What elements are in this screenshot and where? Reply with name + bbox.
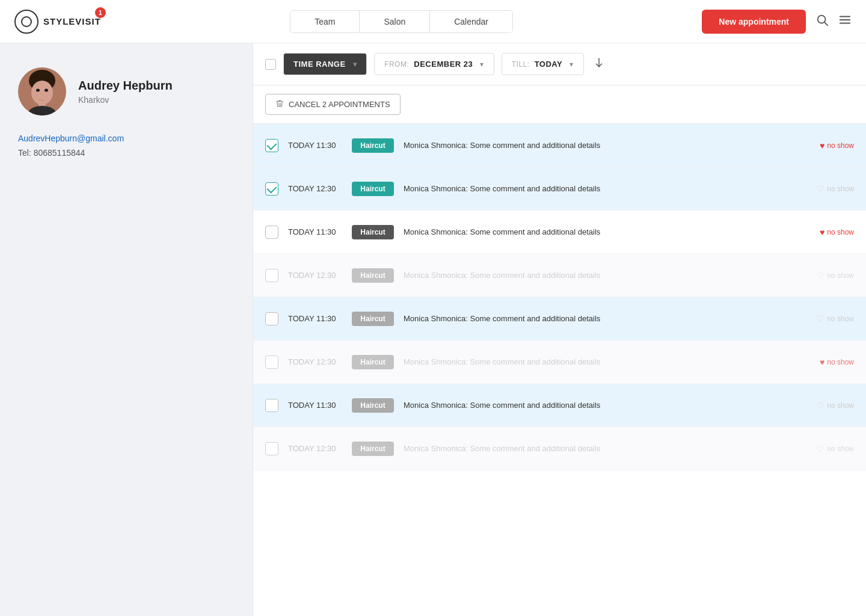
filter-bar: TIME RANGE ▾ FROM: DECEMBER 23 ▾ TILL: T… [253, 43, 866, 85]
from-chevron: ▾ [480, 60, 484, 69]
tel-value: 80685115844 [34, 148, 85, 158]
appointment-badge: Haircut [352, 182, 394, 196]
new-appointment-button[interactable]: New appointment [702, 10, 806, 34]
sidebar: Audrey Hepburn Kharkov AudrevHepburn@gma… [0, 43, 253, 616]
appointment-badge: Haircut [352, 398, 394, 413]
heart-icon: ♡ [817, 314, 825, 324]
appointment-checkbox[interactable] [265, 182, 278, 196]
profile-email[interactable]: AudrevHepburn@gmail.com [18, 134, 235, 143]
appointment-checkbox[interactable] [265, 442, 278, 455]
tab-calendar[interactable]: Calendar [430, 11, 512, 32]
noshow-label: no show [827, 358, 854, 366]
logo-icon [20, 16, 32, 28]
notification-badge: 1 [95, 7, 106, 18]
cancel-appointments-button[interactable]: CANCEL 2 APPOINTMENTS [265, 94, 401, 115]
logo-text: STYLEVISIT [43, 16, 101, 26]
appointment-time: TODAY 11:30 [288, 401, 342, 410]
noshow-indicator[interactable]: ♥no show [820, 357, 854, 367]
appointment-time: TODAY 12:30 [288, 444, 342, 453]
header: STYLEVISIT 1 Team Salon Calendar New app… [0, 0, 866, 43]
menu-icon[interactable] [838, 13, 852, 29]
appointment-badge: Haircut [352, 312, 394, 326]
appointment-time: TODAY 12:30 [288, 271, 342, 280]
appointment-description: Monica Shmonica: Some comment and additi… [404, 444, 807, 453]
appointment-checkbox[interactable] [265, 226, 278, 239]
heart-icon: ♡ [817, 401, 825, 410]
appointment-checkbox[interactable] [265, 356, 278, 369]
appointment-row: TODAY 12:30HaircutMonica Shmonica: Some … [253, 254, 866, 297]
appointment-description: Monica Shmonica: Some comment and additi… [404, 271, 807, 280]
noshow-indicator[interactable]: ♡no show [817, 184, 854, 194]
till-date-dropdown[interactable]: TILL: TODAY ▾ [502, 53, 584, 75]
noshow-indicator[interactable]: ♥no show [820, 227, 854, 237]
noshow-indicator[interactable]: ♥no show [820, 141, 854, 150]
appointment-badge: Haircut [352, 138, 394, 153]
profile-name: Audrey Hepburn [78, 79, 173, 93]
profile-section: Audrey Hepburn Kharkov [18, 67, 235, 116]
sort-button[interactable] [594, 57, 604, 71]
appointment-description: Monica Shmonica: Some comment and additi… [404, 184, 807, 193]
time-range-chevron: ▾ [353, 60, 357, 69]
cancel-bar: CANCEL 2 APPOINTMENTS [253, 85, 866, 124]
noshow-indicator[interactable]: ♡no show [817, 401, 854, 410]
time-range-dropdown[interactable]: TIME RANGE ▾ [283, 53, 367, 75]
appointment-description: Monica Shmonica: Some comment and additi… [404, 401, 807, 410]
tab-team[interactable]: Team [290, 11, 360, 32]
appointment-time: TODAY 12:30 [288, 357, 342, 366]
appointment-row: TODAY 11:30HaircutMonica Shmonica: Some … [253, 211, 866, 254]
noshow-indicator[interactable]: ♡no show [817, 314, 854, 324]
appointment-time: TODAY 11:30 [288, 314, 342, 323]
appointment-checkbox[interactable] [265, 269, 278, 282]
tab-salon[interactable]: Salon [360, 11, 430, 32]
heart-icon: ♥ [820, 357, 825, 367]
avatar [18, 67, 66, 116]
content-area: TIME RANGE ▾ FROM: DECEMBER 23 ▾ TILL: T… [253, 43, 866, 616]
appointment-time: TODAY 11:30 [288, 227, 342, 236]
trash-icon [275, 99, 284, 109]
heart-icon: ♥ [820, 227, 825, 237]
appointment-description: Monica Shmonica: Some comment and additi… [404, 357, 810, 366]
svg-point-8 [31, 81, 53, 105]
from-date-dropdown[interactable]: FROM: DECEMBER 23 ▾ [374, 53, 494, 75]
noshow-indicator[interactable]: ♡no show [817, 271, 854, 280]
svg-point-9 [36, 89, 40, 92]
svg-point-10 [45, 89, 48, 92]
select-all-checkbox[interactable] [265, 59, 276, 70]
profile-contact: AudrevHepburn@gmail.com Tel: 80685115844 [18, 134, 235, 158]
svg-point-0 [22, 17, 31, 26]
noshow-label: no show [827, 401, 854, 410]
time-range-label: TIME RANGE [293, 60, 346, 69]
heart-icon: ♥ [820, 141, 825, 150]
appointment-checkbox[interactable] [265, 312, 278, 325]
appointment-row: TODAY 11:30HaircutMonica Shmonica: Some … [253, 297, 866, 340]
noshow-label: no show [827, 315, 854, 323]
from-value: DECEMBER 23 [414, 60, 473, 69]
appointment-badge: Haircut [352, 442, 394, 456]
appointment-checkbox[interactable] [265, 399, 278, 412]
logo-area: STYLEVISIT 1 [14, 10, 101, 34]
header-actions: New appointment [702, 10, 852, 34]
appointment-row: TODAY 12:30HaircutMonica Shmonica: Some … [253, 167, 866, 211]
appointment-time: TODAY 11:30 [288, 141, 342, 150]
tel-label: Tel: [18, 148, 31, 158]
till-value: TODAY [535, 60, 563, 69]
appointment-time: TODAY 12:30 [288, 184, 342, 193]
appointment-checkbox[interactable] [265, 139, 278, 152]
appointment-description: Monica Shmonica: Some comment and additi… [404, 314, 807, 323]
heart-icon: ♡ [817, 271, 825, 280]
appointment-description: Monica Shmonica: Some comment and additi… [404, 227, 810, 236]
heart-icon: ♡ [817, 444, 825, 454]
from-prefix: FROM: [384, 60, 409, 69]
profile-city: Kharkov [78, 95, 173, 105]
appointments-list: TODAY 11:30HaircutMonica Shmonica: Some … [253, 124, 866, 470]
noshow-indicator[interactable]: ♡no show [817, 444, 854, 454]
noshow-label: no show [827, 185, 854, 193]
appointment-badge: Haircut [352, 268, 394, 283]
till-chevron: ▾ [570, 60, 574, 69]
noshow-label: no show [827, 445, 854, 453]
appointment-row: TODAY 12:30HaircutMonica Shmonica: Some … [253, 427, 866, 470]
appointment-badge: Haircut [352, 225, 394, 239]
profile-info: Audrey Hepburn Kharkov [78, 79, 173, 105]
search-icon[interactable] [815, 13, 829, 29]
noshow-label: no show [827, 141, 854, 150]
